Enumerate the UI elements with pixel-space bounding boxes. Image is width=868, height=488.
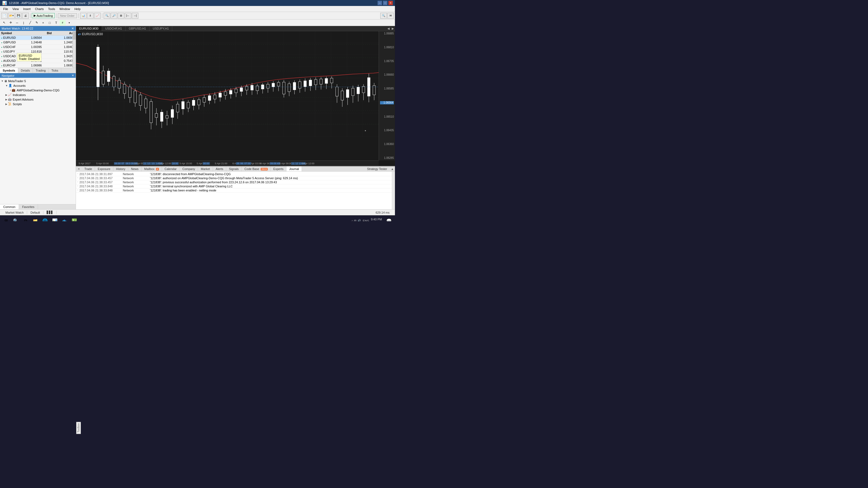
minimize-button[interactable]: ─ xyxy=(378,1,382,5)
tab-company[interactable]: Company xyxy=(180,166,198,171)
tab-codebase[interactable]: Code Base 3919 xyxy=(242,166,271,171)
print-button[interactable]: 🖨 xyxy=(22,13,29,19)
svg-rect-110 xyxy=(362,87,365,93)
nav-indicators[interactable]: ▶ 📈 Indicators xyxy=(0,93,76,97)
app1-button[interactable]: 📊 xyxy=(50,216,60,222)
market-watch-row-gbpusd[interactable]: ●GBPUSD 1.24648 1.24654 xyxy=(0,40,76,45)
tab-signals[interactable]: Signals xyxy=(226,166,242,171)
chart-tab-usdchf[interactable]: USDCHF,H1 xyxy=(102,26,126,31)
chart-tab-prev[interactable]: ◀ xyxy=(386,27,391,30)
terminal-close-icon[interactable]: ✕ xyxy=(76,167,82,171)
log-row-3: ○ 2017.04.06 21:38:33.848 Network '12183… xyxy=(76,184,395,188)
tab-history[interactable]: History xyxy=(113,166,128,171)
vline-button[interactable]: | xyxy=(21,20,27,26)
market-watch-close[interactable]: ✕ xyxy=(71,27,74,30)
trendline-button[interactable]: ╱ xyxy=(27,20,33,26)
new-order-button[interactable]: New Order xyxy=(58,13,77,18)
crosshair-button[interactable]: ✛ xyxy=(8,20,13,26)
menu-view[interactable]: View xyxy=(10,7,21,11)
properties-button[interactable]: ⊞ xyxy=(118,13,124,19)
line-chart-button[interactable]: 📈 xyxy=(94,13,101,19)
tab-market[interactable]: Market xyxy=(198,166,213,171)
nav-accounts[interactable]: ▼ 👤 Accounts xyxy=(0,83,76,88)
tab-experts[interactable]: Experts xyxy=(271,166,286,171)
nav-expert-advisors[interactable]: ▶ 🤖 Expert Advisors xyxy=(0,97,76,102)
autotrading-label: AutoTrading xyxy=(37,14,53,18)
mailbox-badge: 4 xyxy=(156,168,159,170)
menu-tools[interactable]: Tools xyxy=(46,7,57,11)
hline-button[interactable]: ─ xyxy=(14,20,20,26)
chart-tab-next[interactable]: ▶ xyxy=(391,27,395,30)
open-button[interactable]: 📂▾ xyxy=(8,13,14,19)
market-watch-row-eurusd[interactable]: ●EURUSD 1.06564 1.06568 xyxy=(0,35,76,40)
rect-button[interactable]: □ xyxy=(46,20,53,26)
menu-insert[interactable]: Insert xyxy=(21,7,33,11)
menu-window[interactable]: Window xyxy=(57,7,72,11)
fib-button[interactable]: ≡ xyxy=(40,20,46,26)
terminal-scrollbar[interactable] xyxy=(392,172,395,209)
market-watch-row-usdchf[interactable]: ●USDCHF 1.00395 1.00402 xyxy=(0,45,76,50)
text-insert-button[interactable]: T xyxy=(53,20,59,26)
navigator-close[interactable]: ✕ xyxy=(72,74,74,77)
chart-tab-gbpusd[interactable]: GBPUSD,H1 xyxy=(126,26,150,31)
maximize-button[interactable]: □ xyxy=(383,1,388,5)
tab-favorites[interactable]: Favorites xyxy=(19,204,38,209)
terminal-scroll-up[interactable]: ▲ xyxy=(390,167,395,170)
zoom-out-button[interactable]: 🔎 xyxy=(111,13,117,19)
chart-title: 🏷 EURUSD,M30 xyxy=(78,32,103,36)
indicator-button[interactable]: F xyxy=(60,20,66,26)
tab-calendar[interactable]: Calendar xyxy=(162,166,180,171)
nav-metatrader[interactable]: ▼ 🖥 MetaTrader 5 xyxy=(0,79,76,83)
tab-common[interactable]: Common xyxy=(0,204,19,209)
app3-button[interactable]: 💹 xyxy=(69,216,79,222)
tab-journal[interactable]: Journal xyxy=(286,166,302,171)
notification-button[interactable]: 💬 xyxy=(384,216,394,222)
tab-alerts[interactable]: Alerts xyxy=(213,166,226,171)
nav-scripts[interactable]: ▶ 📜 Scripts xyxy=(0,102,76,106)
price-axis: 1.06885 1.06810 1.06735 1.06660 1.06585 … xyxy=(379,31,395,161)
task-view-button[interactable]: ⧉ xyxy=(21,216,30,222)
app2-button[interactable]: 🐟 xyxy=(60,216,69,222)
market-watch-scrollbar[interactable] xyxy=(72,31,76,68)
autotrading-button[interactable]: ▶ AutoTrading xyxy=(32,13,55,18)
text-tool-button[interactable]: ✎ xyxy=(34,20,40,26)
chart-tab-eurusd[interactable]: EURUSD,M30 xyxy=(76,26,102,31)
move-button[interactable]: →| xyxy=(132,13,138,19)
search-button[interactable]: 🔍 xyxy=(380,13,387,19)
candle-chart-button[interactable]: 🕯 xyxy=(87,13,94,19)
close-button[interactable]: ✕ xyxy=(389,1,393,5)
menu-charts[interactable]: Charts xyxy=(33,7,46,11)
indicators-icon: 📈 xyxy=(8,93,12,97)
cursor-button[interactable]: ↖ xyxy=(1,20,7,26)
price-1: 1.06885 xyxy=(380,32,394,35)
chart-area[interactable]: 🏷 EURUSD,M30 xyxy=(76,31,395,166)
file-explorer-button[interactable]: 📁 xyxy=(30,216,40,222)
scrollbar-thumb[interactable] xyxy=(73,31,76,40)
chart-tab-usdjpy[interactable]: USDJPY,H1 xyxy=(150,26,172,31)
tab-ticks[interactable]: Ticks xyxy=(49,68,61,73)
menu-file[interactable]: File xyxy=(1,7,10,11)
more-button[interactable]: ▾ xyxy=(66,20,72,26)
tab-mailbox[interactable]: Mailbox 4 xyxy=(142,166,162,171)
market-watch-row-eurchf[interactable]: ●EURCHF 1.06986 1.06991 xyxy=(0,63,76,68)
mail-button[interactable]: ✉ xyxy=(388,13,394,19)
chrome-button[interactable]: 🌐 xyxy=(40,216,50,222)
strategy-tester-btn[interactable]: Strategy Tester xyxy=(364,166,390,171)
tab-symbols[interactable]: Symbols xyxy=(0,68,18,73)
candle-chart[interactable] xyxy=(76,31,379,137)
account-expand-icon: + xyxy=(10,89,11,92)
menu-help[interactable]: Help xyxy=(72,7,83,11)
save-button[interactable]: 💾 xyxy=(15,13,22,19)
nav-account-item[interactable]: + 💼 AMPGlobalClearing-Demo-CQG xyxy=(0,88,76,93)
tab-details[interactable]: Details xyxy=(18,68,33,73)
new-chart-button[interactable]: 📄 xyxy=(1,13,8,19)
start-button[interactable]: ⊞ xyxy=(1,216,11,222)
tab-exposure[interactable]: Exposure xyxy=(95,166,113,171)
period-button[interactable]: |← xyxy=(125,13,131,19)
bar-chart-button[interactable]: 📊 xyxy=(80,13,87,19)
tab-news[interactable]: News xyxy=(128,166,142,171)
search-taskbar-button[interactable]: 🔍 xyxy=(11,216,21,222)
zoom-in-button[interactable]: 🔍 xyxy=(104,13,110,19)
tab-trade[interactable]: Trade xyxy=(82,166,95,171)
tab-trading[interactable]: Trading xyxy=(33,68,49,73)
